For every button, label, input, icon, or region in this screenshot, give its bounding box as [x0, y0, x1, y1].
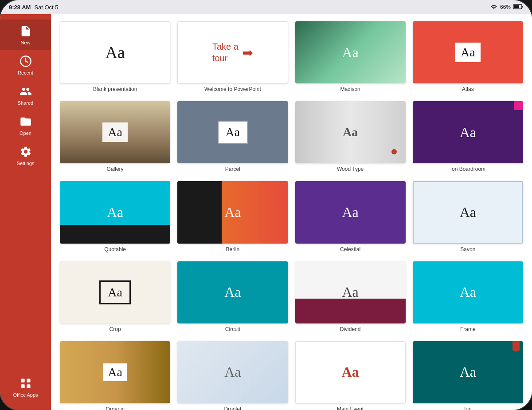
- sidebar-item-open[interactable]: Open: [0, 110, 51, 140]
- droplet-aa: Aa: [224, 364, 241, 380]
- settings-icon: [19, 145, 33, 159]
- sidebar-label-recent: Recent: [18, 70, 33, 75]
- atlas-aa: Aa: [461, 45, 475, 59]
- parcel-aa: Aa: [226, 125, 240, 139]
- template-thumb-parcel: Aa: [177, 101, 288, 163]
- template-item-gallery[interactable]: Aa Gallery: [60, 101, 170, 172]
- template-thumb-circuit: Aa: [177, 261, 288, 323]
- svg-rect-3: [21, 379, 24, 382]
- template-name-quotable: Quotable: [104, 246, 126, 252]
- ion-aa: Aa: [460, 364, 476, 380]
- template-thumb-crop: Aa: [60, 261, 170, 323]
- tour-line1: Take a: [212, 41, 239, 52]
- svg-rect-5: [21, 384, 24, 388]
- template-thumb-woodtype: Aa: [295, 101, 406, 163]
- template-item-ion[interactable]: Aa Ion: [413, 341, 523, 410]
- ion-bookmark: [512, 341, 520, 352]
- template-name-ion-boardroom: Ion Boardroom: [450, 166, 485, 172]
- device-frame: 9:28 AM Sat Oct 5 66%: [0, 0, 532, 410]
- template-item-savon[interactable]: Aa Savon: [413, 181, 523, 252]
- template-thumb-atlas: Aa: [413, 21, 523, 83]
- status-time: 9:28 AM: [9, 4, 31, 11]
- ion-boardroom-corner: [514, 101, 523, 110]
- content-area[interactable]: Aa Blank presentation Take a tour: [51, 14, 532, 410]
- template-item-berlin[interactable]: Aa Berlin: [177, 181, 288, 252]
- main-event-aa: Aa: [342, 364, 359, 380]
- template-name-atlas: Atlas: [462, 86, 474, 92]
- tour-line2: tour: [212, 52, 239, 64]
- template-item-ion-boardroom[interactable]: Aa Ion Boardroom: [413, 101, 523, 172]
- template-thumb-ion-boardroom: Aa: [413, 101, 523, 163]
- template-item-atlas[interactable]: Aa Atlas: [413, 21, 523, 92]
- template-item-circuit[interactable]: Aa Circuit: [177, 261, 288, 332]
- new-icon: [19, 24, 33, 38]
- template-thumb-ion: Aa: [413, 341, 523, 403]
- tour-arrow-icon: ➡: [242, 45, 253, 60]
- template-name-circuit: Circuit: [225, 326, 240, 332]
- template-name-dividend: Dividend: [340, 326, 361, 332]
- circuit-aa: Aa: [224, 284, 241, 300]
- shared-icon: [19, 84, 33, 99]
- sidebar-item-office-apps[interactable]: Office Apps: [0, 372, 51, 405]
- template-thumb-organic: Aa: [60, 341, 170, 403]
- template-item-madison[interactable]: Aa Madison: [295, 21, 406, 92]
- svg-rect-4: [27, 379, 30, 382]
- sidebar-label-shared: Shared: [18, 100, 33, 106]
- template-grid: Aa Blank presentation Take a tour: [60, 21, 523, 410]
- template-thumb-frame: Aa: [413, 261, 523, 323]
- template-item-parcel[interactable]: Aa Parcel: [177, 101, 288, 172]
- template-name-organic: Organic: [106, 406, 125, 410]
- woodtype-aa: Aa: [343, 125, 358, 139]
- template-thumb-blank: Aa: [60, 21, 170, 83]
- template-name-ion: Ion: [464, 406, 472, 410]
- gallery-aa: Aa: [108, 125, 122, 139]
- recent-icon: [19, 54, 33, 68]
- template-item-tour[interactable]: Take a tour ➡ Welcome to PowerPoint: [177, 21, 288, 92]
- template-name-frame: Frame: [460, 326, 476, 332]
- template-item-blank[interactable]: Aa Blank presentation: [60, 21, 170, 92]
- template-thumb-quotable: Aa: [60, 181, 170, 243]
- sidebar-item-new[interactable]: New: [0, 20, 51, 50]
- sidebar-label-settings: Settings: [17, 161, 35, 166]
- template-name-savon: Savon: [460, 246, 475, 252]
- status-bar: 9:28 AM Sat Oct 5 66%: [0, 0, 532, 14]
- template-item-crop[interactable]: Aa Crop: [60, 261, 170, 332]
- blank-aa: Aa: [105, 43, 125, 62]
- template-item-main-event[interactable]: Aa Main Event: [295, 341, 406, 410]
- sidebar-item-shared[interactable]: Shared: [0, 80, 51, 110]
- wifi-icon: [490, 3, 497, 11]
- template-name-crop: Crop: [110, 326, 121, 332]
- template-name-berlin: Berlin: [226, 246, 240, 252]
- organic-aa: Aa: [108, 365, 122, 379]
- madison-aa: Aa: [342, 44, 358, 61]
- sidebar-item-recent[interactable]: Recent: [0, 50, 51, 80]
- template-thumb-tour: Take a tour ➡: [177, 21, 288, 83]
- main-layout: New Recent Shared: [0, 14, 532, 410]
- parcel-box: Aa: [218, 121, 248, 144]
- crop-frame: Aa: [99, 280, 131, 304]
- savon-aa: Aa: [460, 204, 476, 221]
- template-thumb-dividend: Aa: [295, 261, 406, 323]
- sidebar-item-settings[interactable]: Settings: [0, 140, 51, 170]
- template-item-droplet[interactable]: Aa Droplet: [177, 341, 288, 410]
- template-item-organic[interactable]: Aa Organic: [60, 341, 170, 410]
- template-item-frame[interactable]: Aa Frame: [413, 261, 523, 332]
- status-date: Sat Oct 5: [34, 4, 58, 11]
- template-name-main-event: Main Event: [337, 406, 364, 410]
- template-name-parcel: Parcel: [225, 166, 240, 172]
- template-item-celestial[interactable]: Aa Celestial: [295, 181, 406, 252]
- template-name-celestial: Celestial: [340, 246, 360, 252]
- dividend-aa: Aa: [342, 284, 358, 300]
- template-item-dividend[interactable]: Aa Dividend: [295, 261, 406, 332]
- template-thumb-droplet: Aa: [177, 341, 288, 403]
- template-thumb-gallery: Aa: [60, 101, 170, 163]
- template-thumb-celestial: Aa: [295, 181, 406, 243]
- svg-rect-6: [27, 384, 30, 388]
- sidebar: New Recent Shared: [0, 14, 51, 410]
- office-apps-icon: [19, 376, 33, 390]
- template-item-quotable[interactable]: Aa Quotable: [60, 181, 170, 252]
- template-thumb-main-event: Aa: [295, 341, 406, 403]
- template-item-woodtype[interactable]: Aa Wood Type: [295, 101, 406, 172]
- tour-text-block: Take a tour: [212, 41, 239, 64]
- template-name-droplet: Droplet: [224, 406, 242, 410]
